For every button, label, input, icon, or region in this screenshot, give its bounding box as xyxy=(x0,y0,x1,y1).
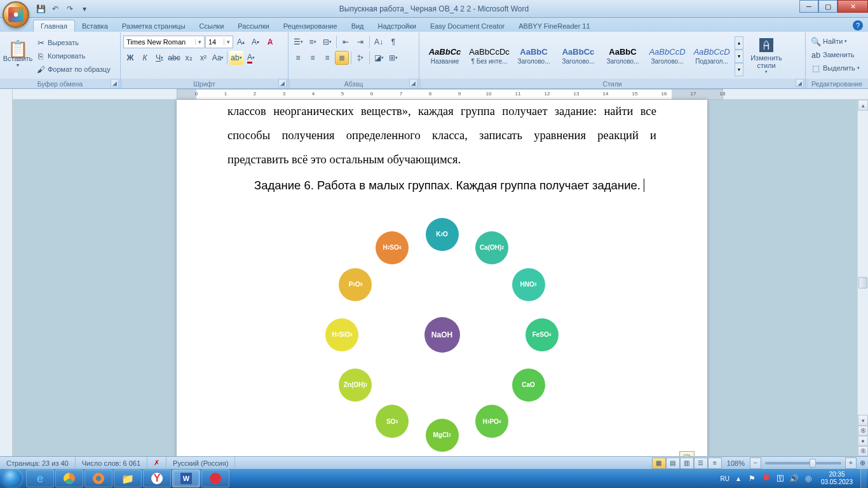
zoom-slider-thumb[interactable] xyxy=(810,459,816,468)
prev-page-button[interactable]: ⦿ xyxy=(858,426,868,436)
align-left-button[interactable]: ≡ xyxy=(291,51,305,65)
scroll-down-button[interactable]: ▾ xyxy=(858,415,868,426)
view-outline[interactable]: ☰ xyxy=(694,458,708,469)
styles-gallery[interactable]: AaBbCcНазваниеAaBbCcDc¶ Без инте...AaBbC… xyxy=(422,36,735,76)
tray-clock[interactable]: 20:35 03.05.2023 xyxy=(817,471,857,486)
style-item-0[interactable]: AaBbCcНазвание xyxy=(423,37,466,75)
superscript-button[interactable]: x² xyxy=(196,51,210,65)
qat-save-icon[interactable]: 💾 xyxy=(34,3,47,15)
office-button[interactable] xyxy=(3,1,29,28)
style-item-2[interactable]: AaBbCЗаголово... xyxy=(512,37,555,75)
vertical-ruler[interactable] xyxy=(0,89,13,456)
align-right-button[interactable]: ≡ xyxy=(320,51,334,65)
underline-button[interactable]: Ч▾ xyxy=(153,51,166,65)
font-family-combo[interactable]: Times New Roman▾ xyxy=(123,36,205,48)
tab-view[interactable]: Вид xyxy=(344,20,371,32)
style-item-4[interactable]: AaBbCЗаголово... xyxy=(601,37,644,75)
scroll-thumb[interactable] xyxy=(858,277,867,288)
status-words[interactable]: Число слов: 6 061 xyxy=(76,457,147,469)
tab-addins[interactable]: Надстройки xyxy=(371,20,423,32)
document-scroll[interactable]: 0123456789101112131415161718 классов нео… xyxy=(13,89,868,456)
qat-undo-icon[interactable]: ↶ xyxy=(49,3,62,15)
tray-flag-icon[interactable]: ⚑ xyxy=(747,473,757,484)
find-button[interactable]: 🔍Найти▾ xyxy=(808,35,865,48)
status-language[interactable]: Русский (Россия) xyxy=(166,457,235,469)
minimize-button[interactable]: ─ xyxy=(799,0,818,13)
tab-easy-doc[interactable]: Easy Document Creator xyxy=(423,20,512,32)
tab-review[interactable]: Рецензирование xyxy=(276,20,344,32)
decrease-indent-button[interactable]: ⇤ xyxy=(339,35,353,49)
subscript-button[interactable]: x₂ xyxy=(182,51,196,65)
numbering-button[interactable]: ≡▾ xyxy=(306,35,320,49)
style-item-5[interactable]: AaBbCcDЗаголово... xyxy=(646,37,689,75)
horizontal-ruler[interactable]: 0123456789101112131415161718 xyxy=(177,89,723,100)
shrink-font-button[interactable]: A▾ xyxy=(248,35,262,49)
italic-button[interactable]: К xyxy=(138,51,152,65)
style-item-1[interactable]: AaBbCcDc¶ Без инте... xyxy=(468,37,511,75)
shading-button[interactable]: ◪▾ xyxy=(372,51,386,65)
font-size-combo[interactable]: 14▾ xyxy=(205,36,233,48)
tray-lang[interactable]: RU xyxy=(720,475,729,482)
zoom-fit-icon[interactable]: ⊕ xyxy=(857,459,868,467)
copy-button[interactable]: ⎘Копировать xyxy=(33,50,113,62)
browse-object-button[interactable]: ● xyxy=(858,436,868,446)
cut-button[interactable]: ✂Вырезать xyxy=(33,36,113,49)
zoom-out-button[interactable]: − xyxy=(750,458,761,469)
taskbar-firefox[interactable] xyxy=(85,470,112,487)
paste-button[interactable]: 📋 Вставить ▾ xyxy=(3,34,33,78)
tab-mailings[interactable]: Рассылки xyxy=(231,20,276,32)
taskbar-yandex[interactable]: Y xyxy=(143,470,171,487)
status-page[interactable]: Страница: 23 из 40 xyxy=(0,457,76,469)
view-print-layout[interactable]: ▦ xyxy=(652,458,666,469)
bold-button[interactable]: Ж xyxy=(123,51,137,65)
select-button[interactable]: ⬚Выделить▾ xyxy=(808,62,865,74)
borders-button[interactable]: ⊞▾ xyxy=(386,51,400,65)
view-draft[interactable]: ≡ xyxy=(708,458,722,469)
replace-button[interactable]: abЗаменить xyxy=(808,48,865,61)
multilevel-button[interactable]: ⊟▾ xyxy=(320,35,334,49)
gallery-up-button[interactable]: ▴ xyxy=(735,36,743,50)
increase-indent-button[interactable]: ⇥ xyxy=(353,35,367,49)
align-center-button[interactable]: ≡ xyxy=(306,51,320,65)
font-color-button[interactable]: A▾ xyxy=(244,51,258,65)
clear-formatting-button[interactable]: A̷ xyxy=(263,35,277,49)
tray-network-icon[interactable]: ⚿ xyxy=(775,473,785,484)
bullets-button[interactable]: ☰▾ xyxy=(291,35,305,49)
tray-up-icon[interactable]: ▴ xyxy=(733,473,743,484)
taskbar-word[interactable]: W xyxy=(172,470,200,487)
tab-abbyy[interactable]: ABBYY FineReader 11 xyxy=(512,20,597,32)
view-full-screen[interactable]: ▤ xyxy=(666,458,680,469)
status-proofing[interactable]: ✗ xyxy=(147,457,166,469)
gallery-more-button[interactable]: ▾ xyxy=(735,63,743,76)
format-painter-button[interactable]: 🖌Формат по образцу xyxy=(33,63,113,76)
style-item-6[interactable]: AaBbCcDПодзагол... xyxy=(690,37,733,75)
zoom-slider[interactable] xyxy=(765,462,841,464)
tab-insert[interactable]: Вставка xyxy=(75,20,115,32)
tray-app-icon[interactable]: ◎ xyxy=(803,473,813,484)
zoom-in-button[interactable]: + xyxy=(845,458,857,469)
strike-button[interactable]: abc xyxy=(167,51,181,65)
taskbar-chrome[interactable] xyxy=(55,470,83,487)
document-page[interactable]: классов неорганических веществ», каждая … xyxy=(177,100,707,456)
tray-volume-icon[interactable]: 🔊 xyxy=(789,473,799,484)
taskbar-opera[interactable] xyxy=(201,470,229,487)
show-desktop-button[interactable] xyxy=(860,469,867,488)
style-item-3[interactable]: AaBbCcЗаголово... xyxy=(557,37,600,75)
next-page-button[interactable]: ⦿ xyxy=(858,446,868,456)
scroll-up-button[interactable]: ▴ xyxy=(858,100,868,111)
show-marks-button[interactable]: ¶ xyxy=(386,35,400,49)
start-button[interactable] xyxy=(0,469,25,488)
tab-references[interactable]: Ссылки xyxy=(193,20,231,32)
view-web[interactable]: ▥ xyxy=(680,458,694,469)
change-case-button[interactable]: Aa▾ xyxy=(211,51,225,65)
sort-button[interactable]: A↓ xyxy=(372,35,386,49)
chemistry-diagram[interactable]: NaOH K2OCa(OH)2HNO3FeSO4CaOH3PO4MgCl2SO3… xyxy=(277,205,607,456)
tab-page-layout[interactable]: Разметка страницы xyxy=(115,20,193,32)
tab-home[interactable]: Главная xyxy=(33,20,75,32)
qat-redo-icon[interactable]: ↷ xyxy=(64,3,76,15)
close-button[interactable]: ✕ xyxy=(837,0,868,13)
vertical-scrollbar[interactable]: ▴ ▾ ⦿ ● ⦿ xyxy=(857,100,868,456)
help-icon[interactable]: ? xyxy=(853,20,863,30)
grow-font-button[interactable]: A▴ xyxy=(234,35,248,49)
qat-customize-icon[interactable]: ▾ xyxy=(78,3,91,15)
